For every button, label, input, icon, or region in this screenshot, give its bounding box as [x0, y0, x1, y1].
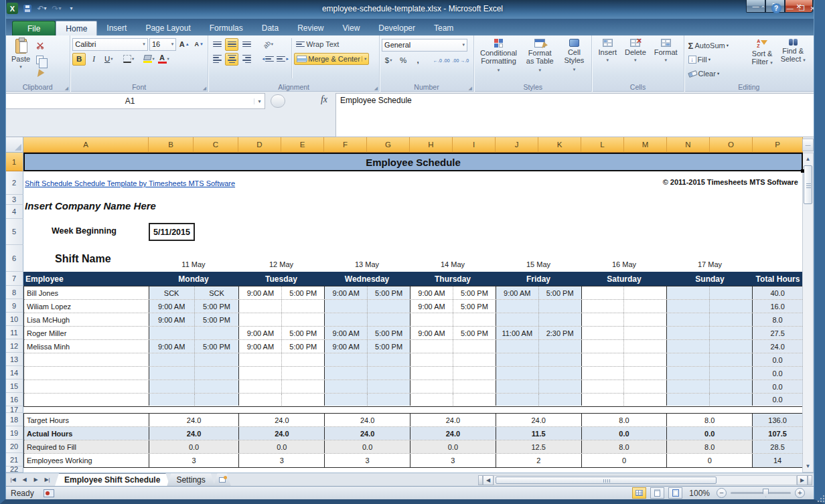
number-dialog-launcher-icon[interactable]: ◢ [469, 86, 472, 91]
shift-end-cell[interactable] [538, 300, 581, 313]
scroll-up-icon[interactable]: ▲ [804, 154, 812, 164]
vertical-scroll-thumb[interactable] [804, 165, 812, 204]
employee-name-cell[interactable] [24, 353, 149, 366]
tab-insert[interactable]: Insert [97, 21, 136, 35]
shift-start-cell[interactable]: 9:00 AM [324, 327, 367, 339]
shift-start-cell[interactable]: 11:00 AM [496, 327, 538, 339]
bottom-align-button[interactable] [240, 38, 253, 51]
selection-fill-handle[interactable] [801, 169, 804, 173]
shift-end-cell[interactable] [194, 353, 239, 366]
normal-view-button[interactable] [632, 487, 646, 499]
formula-bar-scroll[interactable]: ▲▼ [818, 93, 825, 137]
scroll-right-icon[interactable]: ▶ [797, 475, 808, 485]
shift-end-cell[interactable]: 5:00 PM [281, 286, 324, 299]
shift-end-cell[interactable] [453, 394, 496, 406]
shift-end-cell[interactable] [709, 286, 752, 299]
shift-end-cell[interactable] [367, 313, 410, 326]
employee-name-cell[interactable] [24, 380, 149, 393]
shift-start-cell[interactable] [581, 353, 624, 366]
shift-end-cell[interactable] [367, 394, 410, 406]
total-hours-cell[interactable]: 0.0 [752, 367, 802, 380]
shift-end-cell[interactable] [194, 394, 239, 406]
shift-end-cell[interactable] [709, 353, 752, 366]
row-header-4[interactable]: 4 [5, 205, 23, 219]
row-header-12[interactable]: 12 [5, 339, 23, 353]
summary-value-cell[interactable]: 3 [149, 454, 239, 467]
shift-start-cell[interactable]: 9:00 AM [238, 340, 281, 353]
format-painter-button[interactable] [34, 68, 49, 80]
merge-center-button[interactable]: Merge & Center ▾ [294, 53, 369, 65]
shift-end-cell[interactable] [538, 353, 581, 366]
summary-value-cell[interactable]: 24.0 [324, 427, 410, 440]
shift-start-cell[interactable] [238, 367, 281, 380]
zoom-slider-thumb[interactable] [763, 489, 769, 497]
summary-value-cell[interactable]: 8.0 [581, 414, 667, 426]
first-sheet-icon[interactable]: |◀ [8, 475, 18, 485]
shift-end-cell[interactable] [623, 394, 666, 406]
italic-button[interactable]: I [87, 53, 100, 66]
shift-start-cell[interactable] [496, 353, 538, 366]
shift-start-cell[interactable]: 9:00 AM [410, 300, 453, 313]
shift-end-cell[interactable] [194, 327, 239, 339]
tab-team[interactable]: Team [425, 21, 463, 35]
tab-page-layout[interactable]: Page Layout [136, 21, 200, 35]
shift-end-cell[interactable]: 5:00 PM [281, 340, 324, 353]
shift-end-cell[interactable]: 5:00 PM [367, 286, 410, 299]
shift-start-cell[interactable] [496, 340, 538, 353]
shift-start-cell[interactable] [238, 380, 281, 393]
doc-restore-icon[interactable]: ❐ [799, 5, 805, 12]
tab-split-handle-right[interactable] [808, 475, 812, 485]
shift-start-cell[interactable] [410, 394, 453, 406]
increase-indent-button[interactable]: ▸ [276, 53, 289, 66]
shift-end-cell[interactable] [194, 380, 239, 393]
shift-start-cell[interactable] [581, 367, 624, 380]
font-family-select[interactable]: Calibri▾ [72, 38, 148, 51]
shift-end-cell[interactable] [709, 367, 752, 380]
shift-start-cell[interactable]: 9:00 AM [149, 300, 194, 313]
employee-name-cell[interactable]: Bill Jones [24, 286, 149, 299]
vertical-scrollbar[interactable]: ▲ ▼ [802, 153, 814, 473]
shift-start-cell[interactable] [238, 353, 281, 366]
tab-file[interactable]: File [12, 21, 56, 35]
select-all-button[interactable] [5, 137, 23, 153]
insert-cells-button[interactable]: Insert▾ [594, 37, 621, 82]
row-header-10[interactable]: 10 [5, 313, 23, 326]
shift-start-cell[interactable] [581, 300, 624, 313]
format-as-table-button[interactable]: Formatas Table ▾ [521, 37, 558, 82]
shift-end-cell[interactable] [453, 353, 496, 366]
shift-end-cell[interactable] [194, 367, 239, 380]
scroll-down-icon[interactable]: ▼ [804, 461, 812, 471]
summary-value-cell[interactable]: 3 [238, 454, 324, 467]
shift-start-cell[interactable] [666, 300, 709, 313]
summary-value-cell[interactable]: 0.0 [238, 440, 324, 453]
shift-start-cell[interactable] [581, 286, 624, 299]
shift-end-cell[interactable] [623, 327, 666, 339]
summary-value-cell[interactable]: 2 [496, 454, 581, 467]
shift-start-cell[interactable] [324, 313, 367, 326]
grow-font-button[interactable]: A▲ [177, 38, 191, 51]
font-color-button[interactable]: A▾ [157, 53, 170, 66]
column-header-L[interactable]: L [581, 137, 624, 153]
shift-start-cell[interactable] [149, 380, 194, 393]
shift-end-cell[interactable]: 2:30 PM [538, 327, 581, 339]
shift-start-cell[interactable]: 9:00 AM [238, 286, 281, 299]
top-align-button[interactable] [210, 38, 224, 51]
name-box-dropdown-icon[interactable]: ▾ [254, 98, 265, 104]
wrap-text-button[interactable]: Wrap Text [294, 38, 341, 50]
row-header-8[interactable]: 8 [5, 286, 23, 299]
number-format-select[interactable]: General▾ [382, 39, 467, 52]
shift-end-cell[interactable] [538, 340, 581, 353]
column-header-C[interactable]: C [194, 137, 238, 153]
zoom-in-button[interactable]: + [795, 488, 805, 498]
shift-end-cell[interactable]: 5:00 PM [194, 340, 239, 353]
shift-start-cell[interactable] [410, 353, 453, 366]
template-link[interactable]: Shift Schedule Schedule Template by Time… [25, 179, 235, 187]
employee-name-cell[interactable]: Roger Miller [24, 327, 149, 339]
employee-name-cell[interactable] [24, 394, 149, 406]
summary-label-cell[interactable]: Employees Working [24, 454, 149, 467]
last-sheet-icon[interactable]: ▶| [42, 475, 52, 485]
increase-decimal-button[interactable]: ←.0 .00 [433, 54, 451, 67]
copy-button[interactable]: ▾ [34, 54, 49, 66]
summary-total-cell[interactable]: 28.5 [752, 440, 802, 453]
shift-end-cell[interactable] [623, 286, 666, 299]
